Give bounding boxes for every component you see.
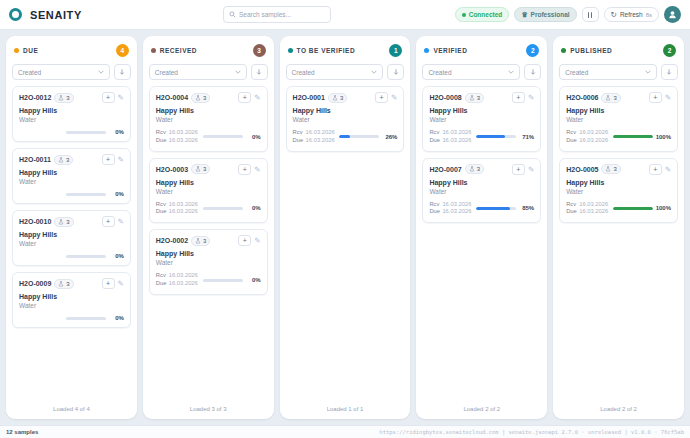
add-button[interactable]: + <box>102 278 115 289</box>
edit-icon[interactable]: ✎ <box>254 236 260 245</box>
app-title: SENAITY <box>30 9 82 21</box>
add-button[interactable]: + <box>512 164 525 175</box>
edit-icon[interactable]: ✎ <box>118 217 124 226</box>
client-name: Happy Hills <box>429 179 534 186</box>
sort-direction-button[interactable] <box>661 64 678 80</box>
edit-icon[interactable]: ✎ <box>254 93 260 102</box>
sort-field-select[interactable]: Created <box>286 64 384 80</box>
sample-id-link[interactable]: H2O-0003 <box>156 166 188 173</box>
sample-id-link[interactable]: H2O-0009 <box>19 280 51 287</box>
sample-card[interactable]: H2O-0008 3 +✎ Happy Hills Water Rcv16.03… <box>422 86 541 152</box>
sample-id-link[interactable]: H2O-0008 <box>429 94 461 101</box>
sort-direction-button[interactable] <box>524 64 541 80</box>
analyses-count: 3 <box>66 95 69 101</box>
edit-icon[interactable]: ✎ <box>118 155 124 164</box>
sample-card[interactable]: H2O-0005 3 +✎ Happy Hills Water Rcv16.03… <box>559 158 678 224</box>
add-button[interactable]: + <box>649 92 662 103</box>
edit-icon[interactable]: ✎ <box>665 165 671 174</box>
analyses-count: 3 <box>66 157 69 163</box>
analyses-count: 3 <box>613 166 616 172</box>
refresh-button[interactable]: ↻ Refresh 8s <box>604 7 659 22</box>
sample-dates: Rcv16.03.2026 Due16.03.2026 <box>429 201 471 217</box>
sample-id-link[interactable]: H2O-0010 <box>19 218 51 225</box>
sort-field-select[interactable]: Created <box>422 64 520 80</box>
status-bar: 12 samples https://ridingbytes.senaitecl… <box>0 425 690 438</box>
sample-id-link[interactable]: H2O-0007 <box>429 166 461 173</box>
flask-icon <box>469 95 475 101</box>
sort-field-select[interactable]: Created <box>12 64 110 80</box>
column-title: DUE <box>23 47 38 54</box>
loaded-status: Loaded 3 of 3 <box>149 401 268 413</box>
progress-bar <box>339 135 379 138</box>
edit-icon[interactable]: ✎ <box>391 93 397 102</box>
client-name: Happy Hills <box>566 179 671 186</box>
sample-card[interactable]: H2O-0001 3 +✎ Happy Hills Water Rcv16.03… <box>286 86 405 152</box>
edit-icon[interactable]: ✎ <box>665 93 671 102</box>
add-button[interactable]: + <box>649 164 662 175</box>
analyses-count: 3 <box>203 166 206 172</box>
add-button[interactable]: + <box>238 164 251 175</box>
status-dot-icon <box>561 48 566 53</box>
due-date: 16.03.2026 <box>442 208 471 216</box>
add-button[interactable]: + <box>238 235 251 246</box>
sample-card[interactable]: H2O-0010 3 +✎ Happy Hills Water 0% <box>12 210 131 266</box>
sort-direction-button[interactable] <box>387 64 404 80</box>
sort-field-value: Created <box>292 69 315 76</box>
add-button[interactable]: + <box>375 92 388 103</box>
sample-card[interactable]: H2O-0007 3 +✎ Happy Hills Water Rcv16.03… <box>422 158 541 224</box>
add-button[interactable]: + <box>102 216 115 227</box>
column-verified: VERIFIED 2 Created H2O-0008 3 +✎ Happy H… <box>416 36 547 419</box>
sample-id-link[interactable]: H2O-0012 <box>19 94 51 101</box>
sample-card[interactable]: H2O-0009 3 +✎ Happy Hills Water 0% <box>12 272 131 328</box>
sample-card[interactable]: H2O-0006 3 +✎ Happy Hills Water Rcv16.03… <box>559 86 678 152</box>
analyses-count-badge: 3 <box>601 93 620 103</box>
sample-id-link[interactable]: H2O-0006 <box>566 94 598 101</box>
flask-icon <box>469 166 475 172</box>
sort-arrow-icon <box>529 68 537 76</box>
sample-card[interactable]: H2O-0012 3 +✎ Happy Hills Water 0% <box>12 86 131 142</box>
sample-id-link[interactable]: H2O-0005 <box>566 166 598 173</box>
sample-type: Water <box>19 302 124 309</box>
sort-arrow-icon <box>255 68 263 76</box>
add-button[interactable]: + <box>238 92 251 103</box>
flask-icon <box>195 166 201 172</box>
due-date: 16.03.2026 <box>169 280 198 288</box>
pause-refresh-button[interactable] <box>582 7 599 22</box>
edit-icon[interactable]: ✎ <box>254 165 260 174</box>
sample-dates: Rcv16.03.2026 Due16.03.2026 <box>566 201 608 217</box>
client-name: Happy Hills <box>293 107 398 114</box>
search-input[interactable] <box>239 11 325 18</box>
sample-type: Water <box>429 188 534 195</box>
column-toolbar: Created <box>286 64 405 80</box>
search-box[interactable] <box>223 6 331 23</box>
sample-id-link[interactable]: H2O-0011 <box>19 156 51 163</box>
card-list: H2O-0006 3 +✎ Happy Hills Water Rcv16.03… <box>559 86 678 401</box>
add-button[interactable]: + <box>102 92 115 103</box>
sample-id-link[interactable]: H2O-0002 <box>156 237 188 244</box>
sample-card[interactable]: H2O-0002 3 +✎ Happy Hills Water Rcv16.03… <box>149 229 268 295</box>
flask-icon <box>195 95 201 101</box>
sample-id-link[interactable]: H2O-0001 <box>293 94 325 101</box>
flask-icon <box>58 281 64 287</box>
sample-card[interactable]: H2O-0003 3 +✎ Happy Hills Water Rcv16.03… <box>149 158 268 224</box>
sort-field-select[interactable]: Created <box>149 64 247 80</box>
sort-direction-button[interactable] <box>251 64 268 80</box>
sort-direction-button[interactable] <box>114 64 131 80</box>
column-header: VERIFIED 2 <box>422 42 541 64</box>
user-avatar[interactable] <box>664 6 681 23</box>
status-dot-icon <box>288 48 293 53</box>
sample-card[interactable]: H2O-0011 3 +✎ Happy Hills Water 0% <box>12 148 131 204</box>
progress-bar <box>66 255 106 258</box>
add-button[interactable]: + <box>512 92 525 103</box>
edit-icon[interactable]: ✎ <box>528 165 534 174</box>
sample-type: Water <box>19 240 124 247</box>
sample-dates: Rcv16.03.2026 Due16.03.2026 <box>566 129 608 145</box>
sort-field-select[interactable]: Created <box>559 64 657 80</box>
edit-icon[interactable]: ✎ <box>118 93 124 102</box>
sample-card[interactable]: H2O-0004 3 +✎ Happy Hills Water Rcv16.03… <box>149 86 268 152</box>
add-button[interactable]: + <box>102 154 115 165</box>
edit-icon[interactable]: ✎ <box>118 279 124 288</box>
column-title: RECEIVED <box>160 47 197 54</box>
edit-icon[interactable]: ✎ <box>528 93 534 102</box>
sample-id-link[interactable]: H2O-0004 <box>156 94 188 101</box>
